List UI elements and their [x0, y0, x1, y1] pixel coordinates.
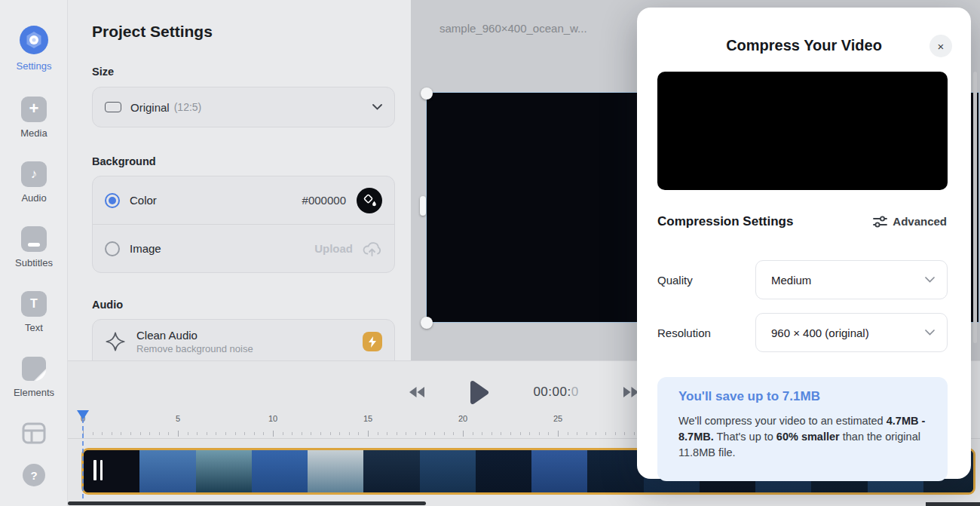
- sidebar-item-help[interactable]: ?: [0, 464, 68, 486]
- savings-body: We'll compress your video to an estimate…: [678, 413, 928, 461]
- ruler-tick: [244, 432, 245, 435]
- ruler-tick: [130, 432, 131, 435]
- ruler-tick: [406, 432, 406, 435]
- background-image-option[interactable]: Image Upload: [93, 225, 394, 272]
- sidebar-item-label: Media: [20, 127, 47, 139]
- ruler-tick: [634, 432, 635, 435]
- sidebar-item-media[interactable]: + Media: [0, 97, 68, 139]
- ruler-tick: [207, 432, 207, 435]
- resize-handle-bottom-left[interactable]: [421, 317, 433, 329]
- compressed-video-preview: [657, 72, 948, 190]
- play-icon: [469, 380, 489, 405]
- quality-label: Quality: [657, 274, 693, 287]
- advanced-button[interactable]: Advanced: [873, 215, 947, 228]
- sidebar-item-elements[interactable]: Elements: [0, 356, 68, 398]
- play-button[interactable]: [469, 380, 489, 405]
- sidebar-item-settings[interactable]: Settings: [0, 25, 68, 72]
- ruler-tick: [339, 432, 340, 435]
- sidebar-item-label: Settings: [17, 60, 52, 72]
- ruler-label: 5: [176, 414, 180, 423]
- project-settings-panel: Project Settings Size Original (12:5) Ba…: [68, 0, 411, 360]
- help-icon: ?: [23, 464, 45, 486]
- timeline-horizontal-scrollbar[interactable]: [68, 501, 426, 505]
- background-color-option[interactable]: Color #000000: [93, 176, 394, 224]
- compression-settings-heading: Compression Settings: [657, 214, 793, 229]
- settings-icon: [19, 25, 49, 55]
- color-radio[interactable]: [105, 193, 120, 208]
- resize-handle-top-left[interactable]: [421, 87, 433, 100]
- image-radio[interactable]: [105, 241, 120, 256]
- resolution-value: 960 × 400 (original): [771, 327, 869, 339]
- ruler-tick: [434, 432, 435, 435]
- timeline-thumbnail: [587, 450, 643, 492]
- panel-title: Project Settings: [92, 23, 213, 41]
- ruler-tick: [548, 432, 549, 435]
- sidebar: Settings + Media ♪ Audio Subtitles T Tex…: [0, 0, 68, 506]
- ruler-tick: [568, 432, 568, 435]
- ruler-tick: [444, 432, 445, 435]
- ruler-tick: [292, 432, 292, 435]
- color-hex-value: #000000: [302, 194, 346, 207]
- video-filename: sample_960×400_ocean_w...: [439, 22, 587, 35]
- color-picker-button[interactable]: [357, 188, 382, 213]
- ruler-tick: [482, 432, 482, 435]
- ruler-tick: [93, 432, 93, 435]
- clean-audio-title: Clean Audio: [136, 329, 253, 342]
- upload-label: Upload: [314, 242, 353, 255]
- ruler-tick: [577, 432, 577, 435]
- modal-title: Compress Your Video: [637, 37, 971, 54]
- resolution-label: Resolution: [657, 327, 711, 339]
- size-ratio: (12:5): [174, 101, 202, 113]
- paint-bucket-icon: [363, 193, 377, 207]
- ruler-tick: [415, 432, 416, 435]
- fast-forward-button[interactable]: [623, 387, 639, 397]
- media-plus-icon: +: [21, 97, 47, 122]
- ruler-tick: [349, 432, 350, 435]
- chevron-down-icon: [372, 104, 382, 110]
- ruler-tick: [605, 432, 606, 435]
- ruler-tick: [358, 432, 359, 435]
- ruler-tick: [397, 432, 397, 435]
- ruler-tick: [558, 431, 559, 437]
- resize-handle-left[interactable]: [420, 196, 426, 216]
- sidebar-item-text[interactable]: T Text: [0, 291, 68, 333]
- fast-forward-icon: [623, 387, 639, 397]
- ruler-tick: [510, 432, 511, 435]
- ruler-tick: [121, 432, 121, 435]
- sidebar-item-subtitles[interactable]: Subtitles: [0, 226, 68, 268]
- timeline-thumbnail: [531, 450, 587, 492]
- size-select[interactable]: Original (12:5): [92, 87, 395, 127]
- ruler-tick: [311, 432, 311, 435]
- rewind-button[interactable]: [409, 387, 425, 397]
- sidebar-item-layout[interactable]: [0, 422, 68, 444]
- ruler-tick: [520, 432, 521, 435]
- timeline-scrollbar-segment[interactable]: [926, 502, 980, 506]
- sparkle-icon: [105, 331, 126, 352]
- text-icon: T: [21, 291, 47, 317]
- ruler-tick: [378, 432, 378, 435]
- canvas-scrollbar[interactable]: [973, 72, 977, 343]
- ruler-tick: [216, 432, 216, 435]
- playhead[interactable]: [76, 409, 90, 419]
- close-button[interactable]: ×: [929, 35, 952, 57]
- ruler-tick: [539, 432, 540, 435]
- ruler-tick: [188, 432, 188, 435]
- ruler-label: 10: [268, 414, 277, 423]
- sticker-icon: [21, 356, 47, 382]
- quality-select[interactable]: Medium: [755, 260, 948, 299]
- ruler-tick: [263, 432, 264, 435]
- resolution-select[interactable]: 960 × 400 (original): [755, 313, 948, 352]
- music-note-icon: ♪: [21, 161, 47, 187]
- ruler-label: 20: [458, 414, 467, 423]
- timeline-thumbnail: [139, 450, 195, 492]
- timeline-thumbnail: [196, 450, 252, 492]
- ruler-tick: [102, 432, 103, 435]
- sliders-icon: [873, 216, 887, 228]
- time-display: 00:00:0: [533, 385, 578, 400]
- ruler-tick: [596, 432, 596, 435]
- ruler-tick: [168, 432, 169, 435]
- ruler-tick: [320, 432, 321, 435]
- close-icon: ×: [938, 40, 945, 53]
- sidebar-item-label: Subtitles: [15, 257, 53, 268]
- sidebar-item-audio[interactable]: ♪ Audio: [0, 161, 68, 204]
